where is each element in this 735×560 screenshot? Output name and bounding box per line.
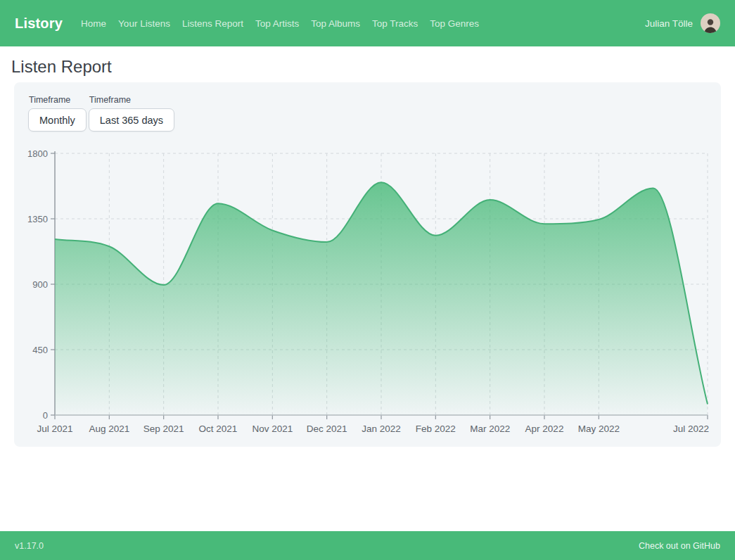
- range-filter-label: Timeframe: [89, 95, 174, 105]
- interval-filter-label: Timeframe: [29, 95, 87, 105]
- navbar: Listory Home Your Listens Listens Report…: [0, 0, 735, 46]
- svg-text:Nov 2021: Nov 2021: [252, 424, 293, 434]
- svg-text:Apr 2022: Apr 2022: [525, 424, 564, 434]
- svg-text:900: 900: [32, 279, 48, 290]
- svg-text:Sep 2021: Sep 2021: [143, 424, 184, 434]
- app-version: v1.17.0: [15, 541, 44, 551]
- svg-text:Oct 2021: Oct 2021: [199, 424, 238, 434]
- interval-filter-group: Timeframe Monthly: [28, 95, 87, 132]
- user-menu[interactable]: Julian Tölle: [645, 13, 720, 33]
- nav-item-listens-report[interactable]: Listens Report: [182, 18, 243, 29]
- report-card: Timeframe Monthly Timeframe Last 365 day…: [14, 82, 721, 447]
- nav-item-your-listens[interactable]: Your Listens: [118, 18, 170, 29]
- nav-item-top-tracks[interactable]: Top Tracks: [372, 18, 418, 29]
- svg-text:Aug 2021: Aug 2021: [89, 424, 129, 434]
- github-link[interactable]: Check out on GitHub: [639, 541, 720, 551]
- timeframe-filters: Timeframe Monthly Timeframe Last 365 day…: [28, 95, 174, 132]
- person-icon: [702, 16, 719, 33]
- svg-text:0: 0: [43, 410, 48, 421]
- range-select[interactable]: Last 365 days: [89, 108, 174, 132]
- svg-text:Jan 2022: Jan 2022: [362, 424, 401, 434]
- user-avatar[interactable]: [701, 13, 720, 33]
- brand-logo[interactable]: Listory: [15, 15, 63, 32]
- range-filter-group: Timeframe Last 365 days: [89, 95, 174, 132]
- svg-text:Jul 2022: Jul 2022: [673, 424, 709, 434]
- svg-text:Feb 2022: Feb 2022: [416, 424, 456, 434]
- nav-item-top-genres[interactable]: Top Genres: [430, 18, 479, 29]
- svg-text:May 2022: May 2022: [578, 424, 620, 434]
- interval-select[interactable]: Monthly: [28, 108, 87, 132]
- nav-links: Home Your Listens Listens Report Top Art…: [81, 18, 645, 29]
- svg-text:1800: 1800: [27, 149, 48, 159]
- svg-text:Dec 2021: Dec 2021: [307, 424, 347, 434]
- page-title: Listen Report: [11, 57, 112, 77]
- nav-item-top-artists[interactable]: Top Artists: [255, 18, 299, 29]
- user-name[interactable]: Julian Tölle: [645, 18, 693, 29]
- nav-item-home[interactable]: Home: [81, 18, 106, 29]
- svg-text:1350: 1350: [27, 214, 48, 224]
- svg-text:Mar 2022: Mar 2022: [470, 424, 510, 434]
- svg-text:450: 450: [32, 345, 48, 355]
- listen-report-chart: 045090013501800Jul 2021Aug 2021Sep 2021O…: [14, 149, 721, 434]
- area-chart-canvas: 045090013501800Jul 2021Aug 2021Sep 2021O…: [14, 149, 721, 434]
- footer: v1.17.0 Check out on GitHub: [0, 531, 735, 560]
- svg-text:Jul 2021: Jul 2021: [37, 424, 72, 434]
- nav-item-top-albums[interactable]: Top Albums: [311, 18, 360, 29]
